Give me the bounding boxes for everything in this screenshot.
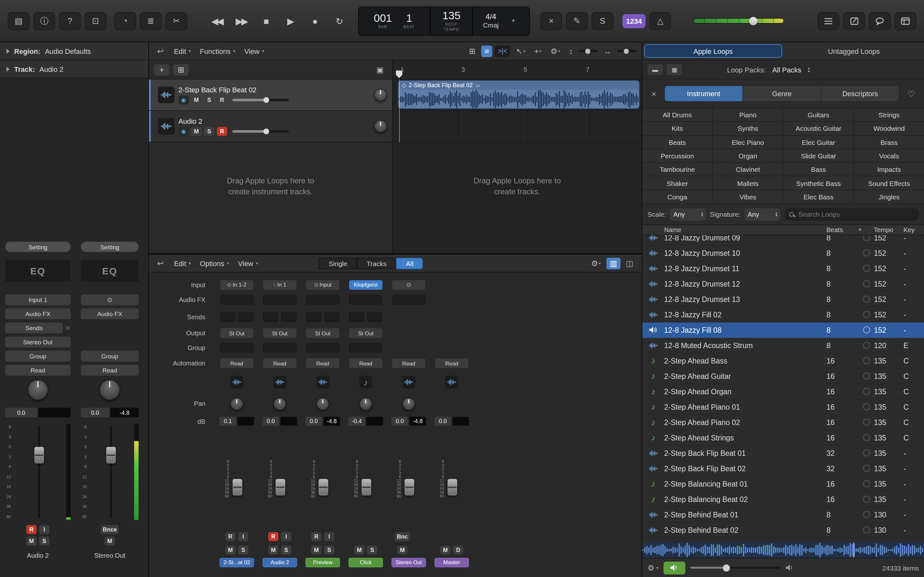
automation-mode-button[interactable]: Read	[263, 358, 296, 368]
loop-category-button[interactable]: Piano	[713, 108, 783, 121]
browsers-button[interactable]	[895, 12, 916, 30]
record-enable-button[interactable]: R	[217, 127, 227, 135]
replace-mode-button[interactable]: ×	[540, 12, 562, 30]
loop-row[interactable]: ♪ 2-Step Behind Beat 02 8 130 -	[642, 522, 924, 538]
group-slot[interactable]: Group	[81, 351, 139, 362]
automation-mode-button[interactable]: Read	[392, 358, 425, 368]
record-enable-button[interactable]: R	[268, 532, 278, 541]
loop-row[interactable]: ♪ 2-Step Ahead Strings 16 135 C	[642, 430, 924, 446]
loop-row[interactable]: ♪ 12-8 Jazzy Drumset 09 8 152 -	[642, 235, 924, 245]
library-toggle-button[interactable]: ▤	[8, 12, 29, 30]
favorite-circle-icon[interactable]	[863, 465, 870, 472]
track-name[interactable]: 2-Step Back Flip Beat 02	[178, 85, 370, 93]
input-monitor-button[interactable]: I	[39, 525, 49, 534]
pencil-mode-button[interactable]: ✎	[566, 12, 588, 30]
automation-mode-button[interactable]: Read	[435, 358, 468, 368]
loop-category-button[interactable]: Elec Guitar	[783, 135, 853, 149]
favorite-toggle[interactable]	[859, 250, 874, 256]
list-view-icon[interactable]: ≡	[481, 45, 492, 57]
loop-category-button[interactable]: Bass	[783, 163, 853, 176]
favorite-toggle[interactable]	[859, 450, 874, 456]
favorite-toggle[interactable]	[859, 280, 874, 287]
solo-button[interactable]: S	[367, 545, 377, 554]
loop-row[interactable]: ♪ 12-8 Muted Acoustic Strum 8 120 E	[642, 338, 924, 353]
pan-knob[interactable]	[27, 380, 48, 400]
favorite-toggle[interactable]	[859, 434, 874, 441]
favorite-toggle[interactable]	[859, 511, 874, 518]
metronome-button[interactable]: △	[649, 12, 671, 30]
horizontal-zoom-icon[interactable]: ↔	[601, 47, 615, 55]
transport-button[interactable]: ■	[258, 16, 273, 26]
vertical-zoom-icon[interactable]: ↕	[566, 47, 576, 55]
solo-button[interactable]: S	[324, 545, 334, 554]
eq-thumbnail[interactable]: EQ	[81, 259, 139, 282]
record-enable-button[interactable]: R	[225, 532, 236, 541]
favorite-circle-icon[interactable]	[863, 496, 870, 503]
solo-button[interactable]: S	[281, 545, 291, 554]
menu-item[interactable]: Functions	[195, 47, 240, 55]
loop-filter-tab[interactable]: Instrument	[665, 86, 743, 101]
track-pan-knob[interactable]	[374, 89, 387, 101]
loop-search-input[interactable]	[797, 210, 914, 219]
pan-knob[interactable]	[402, 397, 415, 410]
sends-slot[interactable]: Sends	[5, 322, 63, 334]
preview-volume-slider[interactable]	[690, 567, 780, 569]
favorite-toggle[interactable]	[859, 357, 874, 364]
automation-mode-button[interactable]: Read	[81, 365, 139, 376]
favorite-toggle[interactable]	[859, 326, 874, 334]
loop-filter-tab[interactable]: Descriptors	[821, 86, 899, 101]
automation-mode-button[interactable]: Read	[349, 358, 383, 368]
master-volume-slider[interactable]	[693, 18, 784, 24]
favorite-circle-icon[interactable]	[863, 250, 870, 256]
favorite-circle-icon[interactable]	[863, 372, 870, 380]
favorite-circle-icon[interactable]	[863, 295, 870, 303]
favorite-circle-icon[interactable]	[863, 403, 870, 410]
output-button[interactable]: St Out	[349, 328, 383, 338]
favorite-toggle[interactable]	[859, 265, 874, 272]
menu-item[interactable]: View	[240, 47, 269, 55]
input-monitor-button[interactable]: I	[324, 532, 334, 541]
loop-category-button[interactable]: Clavinet	[713, 163, 783, 176]
preview-play-button[interactable]	[664, 561, 685, 574]
horizontal-zoom-slider[interactable]	[617, 50, 636, 52]
button-view-toggle[interactable]: ▬	[648, 64, 663, 75]
loop-category-button[interactable]: Mallets	[713, 177, 783, 190]
track-lane[interactable]: ◇ 2-Step Back Flip Beat 02 ○○	[393, 79, 642, 110]
record-enable-button[interactable]: R	[311, 532, 321, 541]
menu-item[interactable]: Edit	[170, 47, 195, 55]
favorite-circle-icon[interactable]	[863, 526, 870, 533]
editors-toggle-button[interactable]: ✂	[166, 12, 187, 30]
signature-dropdown[interactable]: Any	[744, 208, 780, 220]
channel-name[interactable]: Master	[435, 558, 469, 567]
vertical-zoom-slider[interactable]	[579, 50, 598, 52]
loop-category-button[interactable]: Tambourine	[642, 163, 712, 176]
loop-row[interactable]: ♪ 2-Step Ahead Guitar 16 135 C	[642, 369, 924, 384]
output-button[interactable]: St Out	[306, 328, 339, 338]
lcd-display[interactable]: 001BAR 1BEAT 135 KEEP TEMPO 4/4 Cmaj ▾	[358, 6, 530, 35]
mute-button[interactable]: M	[311, 545, 321, 554]
input-slot[interactable]: Input 1	[5, 294, 71, 305]
send-slot[interactable]	[306, 312, 321, 322]
audio-fx-slot[interactable]	[220, 295, 254, 305]
loop-browser-tab[interactable]: Untagged Loops	[786, 44, 922, 58]
mixer-view-tab[interactable]: Single	[319, 258, 357, 269]
send-slot[interactable]	[263, 312, 278, 322]
fader-handle[interactable]	[405, 479, 414, 496]
audio-fx-slot[interactable]	[263, 295, 296, 305]
format-button[interactable]: ⊙	[81, 294, 139, 305]
track-volume-slider[interactable]	[232, 130, 289, 132]
favorite-circle-icon[interactable]	[863, 511, 870, 518]
track-volume-slider[interactable]	[232, 98, 289, 101]
send-knob[interactable]	[65, 325, 71, 331]
favorite-circle-icon[interactable]	[863, 265, 870, 272]
loop-row[interactable]: ♪ 2-Step Ahead Organ 16 135 C	[642, 384, 924, 400]
send-knob[interactable]	[281, 312, 296, 322]
loop-category-button[interactable]: Synthetic Bass	[783, 177, 853, 190]
solo-button[interactable]: S	[204, 95, 214, 104]
send-knob[interactable]	[324, 312, 339, 322]
track-pan-knob[interactable]	[374, 120, 387, 133]
menu-item[interactable]: Edit	[170, 259, 195, 267]
snap-mode-button[interactable]: >|<	[495, 45, 510, 57]
loop-row[interactable]: ♪ 2-Step Balancing Beat 02 16 135 -	[642, 492, 924, 507]
channel-name[interactable]: 2-St...at 02	[220, 558, 254, 567]
